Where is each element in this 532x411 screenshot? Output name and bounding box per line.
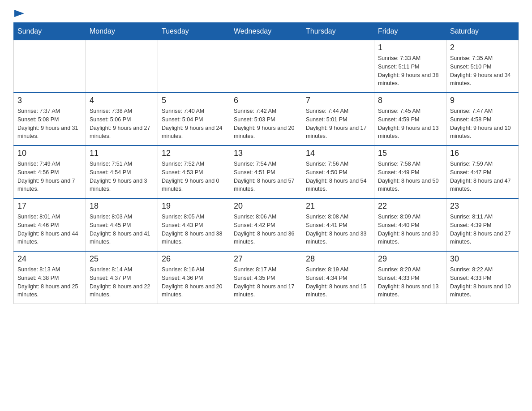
- header-monday: Monday: [86, 23, 158, 40]
- calendar-cell: [14, 40, 86, 93]
- day-number: 12: [162, 149, 226, 158]
- day-info: Sunrise: 7:54 AMSunset: 4:51 PMDaylight:…: [234, 160, 298, 193]
- calendar-cell: 1Sunrise: 7:33 AMSunset: 5:11 PMDaylight…: [374, 40, 446, 93]
- logo-triangle-icon: [14, 10, 24, 20]
- calendar-cell: 6Sunrise: 7:42 AMSunset: 5:03 PMDaylight…: [230, 93, 302, 146]
- day-number: 17: [17, 201, 82, 211]
- calendar-cell: 4Sunrise: 7:38 AMSunset: 5:06 PMDaylight…: [86, 93, 158, 146]
- calendar-cell: 22Sunrise: 8:09 AMSunset: 4:40 PMDayligh…: [374, 198, 446, 251]
- calendar-cell: [230, 40, 302, 93]
- day-info: Sunrise: 8:17 AMSunset: 4:35 PMDaylight:…: [234, 265, 298, 299]
- day-info: Sunrise: 8:01 AMSunset: 4:46 PMDaylight:…: [17, 213, 82, 246]
- calendar-cell: 5Sunrise: 7:40 AMSunset: 5:04 PMDaylight…: [158, 93, 230, 146]
- day-number: 18: [90, 201, 154, 211]
- calendar-cell: 21Sunrise: 8:08 AMSunset: 4:41 PMDayligh…: [302, 198, 374, 251]
- day-info: Sunrise: 8:11 AMSunset: 4:39 PMDaylight:…: [450, 213, 515, 246]
- svg-marker-0: [14, 10, 24, 17]
- calendar-week-1: 1Sunrise: 7:33 AMSunset: 5:11 PMDaylight…: [14, 40, 519, 93]
- calendar-cell: 28Sunrise: 8:19 AMSunset: 4:34 PMDayligh…: [302, 251, 374, 304]
- calendar-cell: 20Sunrise: 8:06 AMSunset: 4:42 PMDayligh…: [230, 198, 302, 251]
- calendar-cell: 18Sunrise: 8:03 AMSunset: 4:45 PMDayligh…: [86, 198, 158, 251]
- day-number: 14: [306, 149, 370, 158]
- day-info: Sunrise: 8:06 AMSunset: 4:42 PMDaylight:…: [234, 213, 298, 246]
- day-info: Sunrise: 7:38 AMSunset: 5:06 PMDaylight:…: [90, 107, 154, 141]
- day-number: 21: [306, 201, 370, 211]
- calendar-cell: 30Sunrise: 8:22 AMSunset: 4:33 PMDayligh…: [446, 251, 519, 304]
- day-number: 27: [234, 254, 298, 264]
- calendar-cell: 14Sunrise: 7:56 AMSunset: 4:50 PMDayligh…: [302, 146, 374, 198]
- day-info: Sunrise: 7:52 AMSunset: 4:53 PMDaylight:…: [162, 160, 226, 193]
- logo: [13, 9, 24, 18]
- day-number: 25: [90, 254, 154, 264]
- day-number: 29: [378, 254, 442, 264]
- day-number: 30: [450, 254, 515, 264]
- day-info: Sunrise: 8:19 AMSunset: 4:34 PMDaylight:…: [306, 265, 370, 299]
- calendar-table: SundayMondayTuesdayWednesdayThursdayFrid…: [13, 22, 519, 304]
- day-info: Sunrise: 7:51 AMSunset: 4:54 PMDaylight:…: [90, 160, 154, 193]
- calendar-cell: [86, 40, 158, 93]
- day-info: Sunrise: 7:44 AMSunset: 5:01 PMDaylight:…: [306, 107, 370, 141]
- day-info: Sunrise: 8:16 AMSunset: 4:36 PMDaylight:…: [162, 265, 226, 299]
- day-info: Sunrise: 8:09 AMSunset: 4:40 PMDaylight:…: [378, 213, 442, 246]
- day-number: 6: [234, 96, 298, 105]
- calendar-week-5: 24Sunrise: 8:13 AMSunset: 4:38 PMDayligh…: [14, 251, 519, 304]
- day-number: 15: [378, 149, 442, 158]
- day-number: 9: [450, 96, 515, 105]
- calendar-cell: 7Sunrise: 7:44 AMSunset: 5:01 PMDaylight…: [302, 93, 374, 146]
- day-number: 1: [378, 43, 442, 52]
- day-info: Sunrise: 7:40 AMSunset: 5:04 PMDaylight:…: [162, 107, 226, 141]
- calendar-cell: 17Sunrise: 8:01 AMSunset: 4:46 PMDayligh…: [14, 198, 86, 251]
- calendar-cell: 15Sunrise: 7:58 AMSunset: 4:49 PMDayligh…: [374, 146, 446, 198]
- day-info: Sunrise: 7:47 AMSunset: 4:58 PMDaylight:…: [450, 107, 515, 141]
- day-info: Sunrise: 8:20 AMSunset: 4:33 PMDaylight:…: [378, 265, 442, 299]
- day-info: Sunrise: 8:13 AMSunset: 4:38 PMDaylight:…: [17, 265, 82, 299]
- day-info: Sunrise: 8:03 AMSunset: 4:45 PMDaylight:…: [90, 213, 154, 246]
- day-number: 10: [17, 149, 82, 158]
- day-number: 24: [17, 254, 82, 264]
- day-info: Sunrise: 7:35 AMSunset: 5:10 PMDaylight:…: [450, 54, 515, 88]
- day-info: Sunrise: 7:42 AMSunset: 5:03 PMDaylight:…: [234, 107, 298, 141]
- header-sunday: Sunday: [14, 23, 86, 40]
- calendar-week-2: 3Sunrise: 7:37 AMSunset: 5:08 PMDaylight…: [14, 93, 519, 146]
- calendar-cell: 9Sunrise: 7:47 AMSunset: 4:58 PMDaylight…: [446, 93, 519, 146]
- calendar-cell: 10Sunrise: 7:49 AMSunset: 4:56 PMDayligh…: [14, 146, 86, 198]
- calendar-header-row: SundayMondayTuesdayWednesdayThursdayFrid…: [14, 23, 519, 40]
- calendar-cell: 26Sunrise: 8:16 AMSunset: 4:36 PMDayligh…: [158, 251, 230, 304]
- calendar-cell: 3Sunrise: 7:37 AMSunset: 5:08 PMDaylight…: [14, 93, 86, 146]
- day-number: 3: [17, 96, 82, 105]
- day-number: 26: [162, 254, 226, 264]
- calendar-cell: 19Sunrise: 8:05 AMSunset: 4:43 PMDayligh…: [158, 198, 230, 251]
- day-info: Sunrise: 8:22 AMSunset: 4:33 PMDaylight:…: [450, 265, 515, 299]
- day-info: Sunrise: 7:37 AMSunset: 5:08 PMDaylight:…: [17, 107, 82, 141]
- header-tuesday: Tuesday: [158, 23, 230, 40]
- calendar-cell: [158, 40, 230, 93]
- calendar-cell: 24Sunrise: 8:13 AMSunset: 4:38 PMDayligh…: [14, 251, 86, 304]
- calendar-cell: 23Sunrise: 8:11 AMSunset: 4:39 PMDayligh…: [446, 198, 519, 251]
- calendar-cell: 2Sunrise: 7:35 AMSunset: 5:10 PMDaylight…: [446, 40, 519, 93]
- day-number: 5: [162, 96, 226, 105]
- calendar-week-4: 17Sunrise: 8:01 AMSunset: 4:46 PMDayligh…: [14, 198, 519, 251]
- calendar-cell: 8Sunrise: 7:45 AMSunset: 4:59 PMDaylight…: [374, 93, 446, 146]
- day-number: 19: [162, 201, 226, 211]
- day-number: 22: [378, 201, 442, 211]
- day-number: 11: [90, 149, 154, 158]
- day-number: 4: [90, 96, 154, 105]
- day-number: 7: [306, 96, 370, 105]
- day-number: 16: [450, 149, 515, 158]
- day-number: 8: [378, 96, 442, 105]
- day-info: Sunrise: 8:05 AMSunset: 4:43 PMDaylight:…: [162, 213, 226, 246]
- day-info: Sunrise: 7:33 AMSunset: 5:11 PMDaylight:…: [378, 54, 442, 88]
- day-number: 20: [234, 201, 298, 211]
- day-info: Sunrise: 7:59 AMSunset: 4:47 PMDaylight:…: [450, 160, 515, 193]
- day-number: 23: [450, 201, 515, 211]
- calendar-cell: 29Sunrise: 8:20 AMSunset: 4:33 PMDayligh…: [374, 251, 446, 304]
- header-friday: Friday: [374, 23, 446, 40]
- calendar-week-3: 10Sunrise: 7:49 AMSunset: 4:56 PMDayligh…: [14, 146, 519, 198]
- day-info: Sunrise: 8:08 AMSunset: 4:41 PMDaylight:…: [306, 213, 370, 246]
- day-info: Sunrise: 7:45 AMSunset: 4:59 PMDaylight:…: [378, 107, 442, 141]
- day-info: Sunrise: 8:14 AMSunset: 4:37 PMDaylight:…: [90, 265, 154, 299]
- header-thursday: Thursday: [302, 23, 374, 40]
- calendar-cell: 25Sunrise: 8:14 AMSunset: 4:37 PMDayligh…: [86, 251, 158, 304]
- calendar-cell: 13Sunrise: 7:54 AMSunset: 4:51 PMDayligh…: [230, 146, 302, 198]
- calendar-cell: 12Sunrise: 7:52 AMSunset: 4:53 PMDayligh…: [158, 146, 230, 198]
